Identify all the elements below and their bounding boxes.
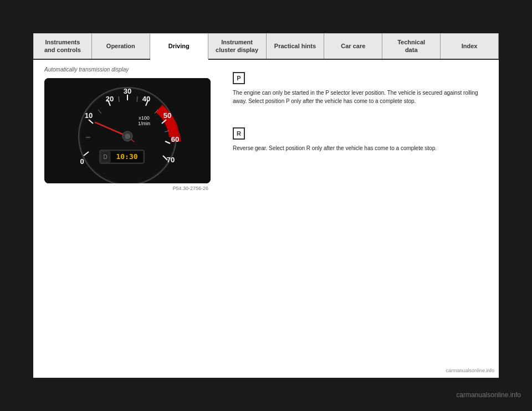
r-text: Reverse gear. Select position R only aft… [233, 144, 488, 152]
svg-text:10: 10 [85, 111, 93, 120]
svg-text:30: 30 [124, 87, 131, 95]
svg-text:20: 20 [106, 95, 114, 103]
svg-text:60: 60 [171, 135, 179, 143]
svg-text:1/min: 1/min [138, 121, 150, 126]
p-text: The engine can only be started in the P … [233, 89, 488, 105]
nav-tabs: Instruments and controls Operation Drivi… [33, 33, 499, 60]
svg-text:50: 50 [163, 111, 171, 120]
tab-instruments[interactable]: Instruments and controls [33, 33, 92, 59]
site-watermark: carmanualsonline.info [456, 391, 521, 399]
tab-operation[interactable]: Operation [92, 33, 150, 59]
svg-text:40: 40 [142, 95, 150, 103]
tab-car-care[interactable]: Car care [324, 33, 382, 59]
svg-text:0: 0 [80, 157, 84, 166]
p-section: P The engine can only be started in the … [233, 72, 488, 105]
svg-text:x100: x100 [139, 115, 150, 121]
page-container: Instruments and controls Operation Drivi… [33, 33, 499, 378]
svg-text:10:30: 10:30 [116, 152, 137, 161]
svg-point-30 [125, 133, 130, 139]
bottom-bar: carmanualsonline.info [0, 379, 532, 411]
tab-index[interactable]: Index [441, 33, 499, 59]
right-panel: P The engine can only be started in the … [233, 66, 488, 191]
tachometer-image: 0 10 20 30 40 50 60 70 x100 1/min [44, 78, 211, 183]
svg-text:70: 70 [167, 156, 175, 164]
image-caption: P54.30-2756-26 [44, 186, 211, 191]
tab-technical-data[interactable]: Technical data [382, 33, 441, 59]
svg-text:D: D [103, 154, 107, 160]
r-badge: R [233, 127, 245, 140]
page-subtitle: Automatically transmission display [44, 66, 222, 73]
tab-practical-hints[interactable]: Practical hints [267, 33, 325, 59]
left-panel: Automatically transmission display [44, 66, 222, 191]
r-section: R Reverse gear. Select position R only a… [233, 127, 488, 152]
tab-driving[interactable]: Driving [150, 33, 208, 60]
content-area: Automatically transmission display [33, 60, 499, 198]
p-badge: P [233, 72, 245, 84]
tab-instrument-cluster[interactable]: Instrument cluster display [208, 33, 267, 59]
page-watermark: carmanualsonline.info [446, 368, 494, 373]
